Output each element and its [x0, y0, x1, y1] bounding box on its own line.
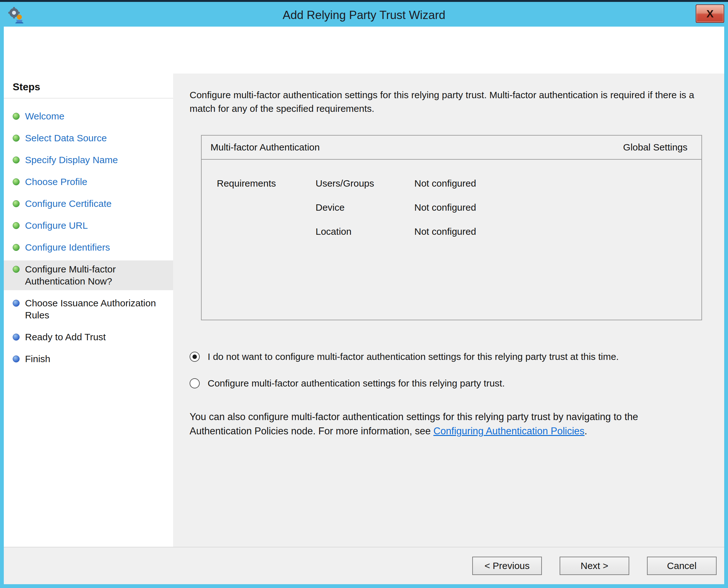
- step-label: Select Data Source: [25, 132, 107, 144]
- step-item-finish: Finish: [4, 350, 173, 368]
- footer-buttons: < PreviousNext >Cancel: [472, 556, 716, 575]
- mfa-requirements-table: RequirementsUsers/GroupsNot configuredDe…: [202, 160, 701, 237]
- radio-unselected-icon: [190, 378, 200, 388]
- previous-button[interactable]: < Previous: [472, 556, 542, 575]
- step-status-dot-icon: [13, 300, 20, 307]
- step-label: Configure Certificate: [25, 198, 111, 210]
- radio-selected-icon: [190, 352, 200, 362]
- steps-sidebar: Steps WelcomeSelect Data SourceSpecify D…: [4, 74, 173, 547]
- requirement-name: Device: [315, 202, 414, 213]
- step-label: Ready to Add Trust: [25, 331, 106, 343]
- step-item-select-data-source[interactable]: Select Data Source: [4, 129, 173, 147]
- step-item-choose-issuance-authorization-rules: Choose Issuance Authorization Rules: [4, 294, 173, 324]
- mfa-settings-box: Multi-factor Authentication Global Setti…: [201, 135, 702, 320]
- step-status-dot-icon: [13, 222, 20, 229]
- footer-bar: < PreviousNext >Cancel: [4, 547, 724, 584]
- wizard-window: Add Relying Party Trust Wizard X Steps W…: [0, 0, 728, 588]
- step-label: Configure Identifiers: [25, 241, 110, 253]
- step-status-dot-icon: [13, 334, 20, 340]
- step-item-configure-url[interactable]: Configure URL: [4, 217, 173, 234]
- footnote-after: .: [584, 425, 588, 437]
- global-settings-label: Global Settings: [623, 142, 687, 153]
- step-status-dot-icon: [13, 355, 20, 362]
- step-item-specify-display-name[interactable]: Specify Display Name: [4, 151, 173, 169]
- step-label: Choose Issuance Authorization Rules: [25, 297, 171, 321]
- step-label: Specify Display Name: [25, 154, 118, 166]
- requirement-value: Not configured: [414, 226, 701, 237]
- step-label: Choose Profile: [25, 176, 87, 188]
- requirements-spacer: [217, 226, 315, 237]
- radio-do-not-configure-mfa[interactable]: I do not want to configure multi-factor …: [190, 351, 702, 362]
- step-label: Configure Multi-factor Authentication No…: [25, 263, 171, 287]
- step-label: Welcome: [25, 110, 64, 122]
- mfa-box-header: Multi-factor Authentication Global Setti…: [202, 135, 701, 160]
- requirements-spacer: [217, 202, 315, 213]
- step-status-dot-icon: [13, 178, 20, 185]
- step-status-dot-icon: [13, 244, 20, 251]
- intro-text: Configure multi-factor authentication se…: [190, 88, 702, 115]
- requirement-name: Users/Groups: [315, 178, 414, 189]
- footnote-text: You can also configure multi-factor auth…: [190, 410, 702, 438]
- step-status-dot-icon: [13, 266, 20, 273]
- configuring-auth-policies-link[interactable]: Configuring Authentication Policies: [433, 425, 584, 437]
- radio-configure-mfa[interactable]: Configure multi-factor authentication se…: [190, 378, 702, 389]
- radio-option-label: I do not want to configure multi-factor …: [208, 351, 619, 362]
- window-title: Add Relying Party Trust Wizard: [283, 8, 445, 22]
- titlebar: Add Relying Party Trust Wizard X: [0, 4, 728, 27]
- next-button[interactable]: Next >: [559, 556, 629, 575]
- requirement-value: Not configured: [414, 178, 701, 189]
- main-panel: Configure multi-factor authentication se…: [173, 74, 724, 547]
- close-button[interactable]: X: [696, 4, 724, 23]
- mfa-choice-radio-group: I do not want to configure multi-factor …: [190, 351, 702, 389]
- step-label: Finish: [25, 353, 50, 365]
- requirement-name: Location: [315, 226, 414, 237]
- requirements-label: Requirements: [217, 178, 315, 189]
- step-item-configure-certificate[interactable]: Configure Certificate: [4, 195, 173, 213]
- step-label: Configure URL: [25, 219, 88, 232]
- cancel-button[interactable]: Cancel: [647, 556, 716, 575]
- mfa-box-title: Multi-factor Authentication: [211, 142, 320, 153]
- requirement-value: Not configured: [414, 202, 701, 213]
- radio-option-label: Configure multi-factor authentication se…: [208, 378, 505, 389]
- step-item-welcome[interactable]: Welcome: [4, 107, 173, 125]
- header-strip: [4, 27, 724, 74]
- step-status-dot-icon: [13, 156, 20, 164]
- step-item-ready-to-add-trust: Ready to Add Trust: [4, 328, 173, 346]
- close-icon: X: [706, 7, 714, 20]
- steps-heading: Steps: [4, 81, 173, 99]
- step-status-dot-icon: [13, 135, 20, 142]
- step-status-dot-icon: [13, 113, 20, 120]
- step-item-configure-multi-factor-authentication-now: Configure Multi-factor Authentication No…: [4, 260, 173, 290]
- steps-list: WelcomeSelect Data SourceSpecify Display…: [4, 99, 173, 368]
- step-item-choose-profile[interactable]: Choose Profile: [4, 173, 173, 191]
- dialog-body: Steps WelcomeSelect Data SourceSpecify D…: [4, 27, 724, 584]
- step-status-dot-icon: [13, 200, 20, 207]
- wizard-app-icon: [7, 6, 25, 23]
- step-item-configure-identifiers[interactable]: Configure Identifiers: [4, 238, 173, 256]
